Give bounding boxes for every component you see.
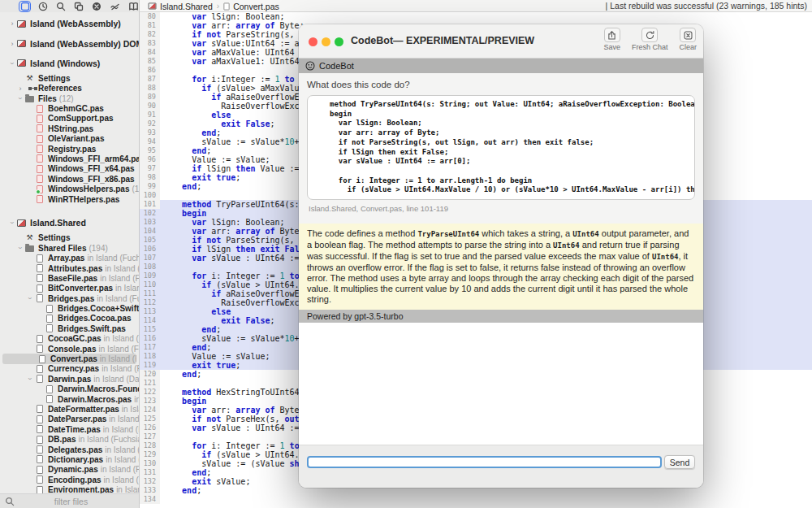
tree-item[interactable]: Bridges.Swift.pas [0, 323, 139, 333]
tree-item-label: Bridges.Cocoa+Swift.pas [58, 304, 139, 313]
tree-item[interactable]: HString.pas [0, 124, 139, 133]
tree-item[interactable]: Delegates.pasin Island (Fuchsia) [0, 445, 139, 454]
tree-item[interactable]: CocoaGC.pasin Island (Fuchsia) [0, 334, 139, 344]
tree-item[interactable]: Windows_FFI_arm64.pas [0, 154, 139, 163]
tree-item[interactable]: DateTime.pasin Island (Fuchsia) [0, 424, 139, 434]
copy-icon[interactable] [74, 2, 84, 11]
code-line[interactable]: 80 var lSign: Boolean; [140, 12, 812, 21]
line-number: 129 [140, 450, 160, 459]
clock-icon[interactable] [37, 2, 48, 11]
tree-item[interactable]: Darwin.Macros.Foundation.pas [0, 384, 139, 394]
project-icon [16, 20, 27, 28]
tree-item[interactable]: WindowsHelpers.pas(12) [0, 184, 139, 193]
expand-chevron-icon[interactable]: › [16, 94, 24, 102]
book-icon[interactable] [128, 2, 139, 11]
tree-item[interactable]: OleVariant.pas [0, 134, 139, 144]
search-icon[interactable] [55, 2, 66, 11]
tree-item-label: Bridges.Cocoa.pas [58, 314, 132, 323]
tree-item[interactable]: Bridges.Cocoa.pas [0, 314, 139, 323]
tree-item[interactable]: Attributes.pasin Island (Fuchsia) [0, 263, 139, 273]
tree-item[interactable]: ›References [0, 84, 139, 93]
breadcrumb-project[interactable]: Island.Shared [160, 2, 213, 11]
tree-item[interactable]: Windows_FFI_x86.pas [0, 174, 139, 184]
code-text [160, 495, 812, 504]
expand-chevron-icon[interactable]: › [8, 20, 16, 28]
tree-item[interactable]: ⚒Settings [0, 233, 139, 243]
tree-item[interactable]: Currency.pasin Island (Fuchsia) [0, 364, 139, 374]
tree-item[interactable]: Registry.pas [0, 144, 139, 154]
tree-item[interactable]: BoehmGC.pas [0, 103, 139, 113]
tree-item[interactable]: DateParser.pasin Island (Fuchsia) [0, 415, 139, 424]
expand-chevron-icon[interactable]: › [16, 85, 24, 93]
tree-item[interactable]: Dictionary.pasin Island (Fuchsia) [0, 454, 139, 464]
line-number: 90 [140, 102, 160, 111]
line-number: 115 [140, 325, 160, 334]
tree-item[interactable]: ComSupport.pas [0, 114, 139, 124]
tree-item[interactable]: Console.pasin Island (Fuchsia) [0, 344, 139, 354]
tree-item[interactable]: Convert.pasin Island (Fuchsia) [2, 354, 136, 363]
tree-item-label: DateTime.pas [48, 425, 101, 434]
expand-chevron-icon[interactable]: › [26, 294, 34, 302]
tree-item-label: Currency.pas [48, 364, 99, 373]
filter-placeholder: filter files [15, 497, 139, 506]
wrench-icon: ⚒ [24, 75, 35, 82]
clear-button[interactable]: Clear [679, 28, 697, 51]
tree-item-suffix: in Island (Fuchsia) [106, 455, 139, 464]
tree-item[interactable]: WinRTHelpers.pas [0, 194, 139, 204]
expand-chevron-icon[interactable]: › [8, 59, 16, 67]
line-number: 94 [140, 137, 160, 146]
tree-item[interactable]: Windows_FFI_x64.pas [0, 164, 139, 174]
tree-item[interactable]: Environment.pasin Island (Androi [0, 484, 139, 493]
dialog-titlebar[interactable]: CodeBot— EXPERIMENTAL/PREVIEW SaveFresh … [299, 24, 703, 59]
robot-icon [305, 61, 315, 71]
expand-chevron-icon[interactable]: › [8, 40, 16, 48]
tree-item[interactable]: Dynamic.pasin Island (Fuchsia) [0, 465, 139, 475]
send-button[interactable]: Send [664, 455, 695, 469]
line-number: 121 [140, 379, 160, 388]
tree-project-item[interactable]: ›Island (Windows) [0, 59, 139, 68]
tree-item-suffix: in Island (Fuchsia) [100, 354, 136, 363]
tree-item[interactable]: BaseFile.pasin Island (Fuchsia) [0, 273, 139, 283]
tree-item[interactable]: ›Shared Files(194) [0, 243, 139, 253]
tree-project-item[interactable]: ›Island (WebAssembly) [0, 19, 139, 28]
inline-code: TryParseUInt64 [417, 230, 479, 238]
breadcrumb-separator-icon: › [216, 2, 220, 11]
tree-item[interactable]: ›Darwin.pasin Island (Darwin mac [0, 374, 139, 384]
tree-item[interactable]: Array.pasin Island (Fuchsia) [0, 253, 139, 263]
tree-item-suffix: in Island (Darwin mac [93, 375, 139, 384]
expand-chevron-icon[interactable]: › [8, 219, 16, 227]
tree-item[interactable]: BitConverter.pasin Island (Fuchsia) [0, 284, 139, 293]
panel-icon[interactable] [19, 2, 30, 11]
save-button[interactable]: Save [603, 28, 620, 51]
fresh-chat-button[interactable]: Fresh Chat [632, 28, 668, 51]
close-circle-icon[interactable] [92, 2, 102, 11]
filter-bar[interactable]: filter files [0, 493, 140, 508]
tree-item[interactable]: ⚒Settings [0, 73, 139, 83]
document-icon [34, 264, 45, 272]
expand-chevron-icon[interactable]: › [16, 244, 24, 252]
answer-text: The code defines a method [307, 228, 417, 238]
strike-tilde-icon[interactable] [110, 2, 121, 11]
minimize-traffic-light[interactable] [322, 37, 330, 46]
response-area [299, 323, 703, 445]
tree-project-item[interactable]: ›Island (WebAssembly) DOM [0, 38, 139, 48]
tree-item[interactable]: Darwin.Macros.pasin Island (Fu [0, 394, 139, 404]
tree-item[interactable]: Encoding.pasin Island (Fuchsia) [0, 475, 139, 484]
breadcrumb-file[interactable]: Convert.pas [233, 2, 279, 11]
folder-icon [24, 244, 35, 252]
tree-item[interactable]: ›Bridges.pasin Island (Fuchsia) [0, 293, 139, 303]
document-icon [34, 165, 45, 173]
chat-input[interactable] [307, 456, 662, 468]
zoom-traffic-light[interactable] [335, 37, 343, 46]
close-traffic-light[interactable] [309, 37, 317, 46]
expand-chevron-icon[interactable]: › [26, 375, 34, 383]
tree-item[interactable]: ›Files(12) [0, 93, 139, 103]
user-question: What does this code do? [307, 80, 695, 89]
tree-project-item[interactable]: ›Island.Shared [0, 218, 139, 228]
tree-item-suffix: in Island (Fuchsia) [97, 294, 139, 303]
clearbox-icon [680, 28, 696, 42]
tree-item[interactable]: DateFormatter.pasin Island (Fuch [0, 404, 139, 414]
code-line[interactable]: 134 [140, 495, 812, 504]
tree-item[interactable]: Bridges.Cocoa+Swift.pas [0, 303, 139, 313]
tree-item[interactable]: DB.pasin Island (Fuchsia) [0, 434, 139, 444]
